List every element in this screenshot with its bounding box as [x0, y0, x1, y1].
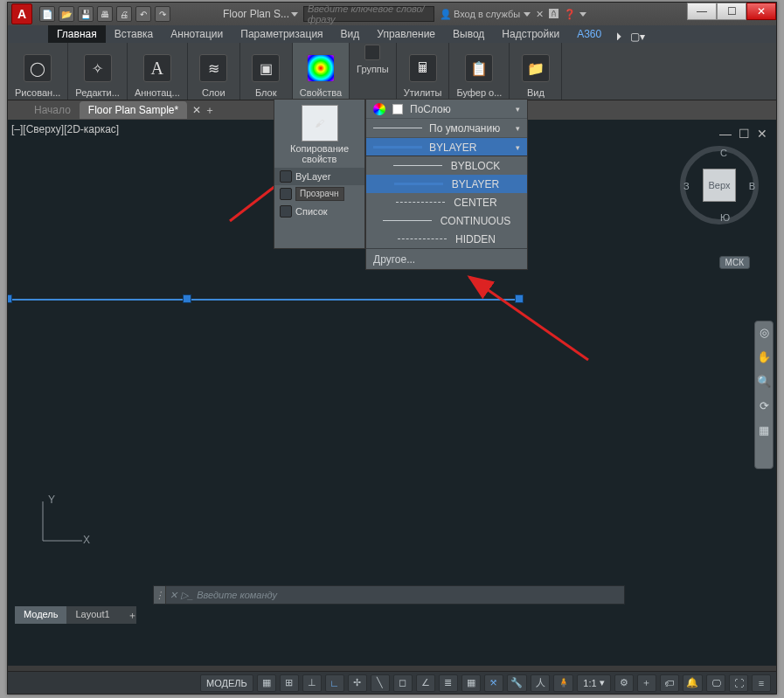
tab-annotations[interactable]: Аннотации [162, 25, 232, 43]
sb-ui-icon[interactable]: 🖵 [706, 674, 725, 692]
linetype-byblock[interactable]: BYBLOCK [366, 156, 527, 175]
linetype-other[interactable]: Другое... [366, 248, 527, 269]
close-button[interactable]: ✕ [746, 3, 776, 20]
tab-a360[interactable]: A360 [568, 25, 610, 43]
layouttab-add[interactable]: ＋ [119, 606, 136, 624]
matchprop-icon[interactable]: 🖌 [302, 105, 338, 142]
qat-save-icon[interactable]: 💾 [78, 6, 94, 22]
viewcube-s[interactable]: Ю [720, 212, 730, 223]
search-box[interactable]: Введите ключевое слово/фразу [303, 6, 434, 22]
sb-grid-icon[interactable]: ▦ [257, 674, 276, 692]
panel-properties[interactable]: Свойства [293, 43, 350, 100]
tab-insert[interactable]: Вставка [106, 25, 163, 43]
qat-redo-icon[interactable]: ↷ [155, 6, 170, 22]
wcs-badge[interactable]: МСК [719, 256, 750, 269]
zoom-icon[interactable]: 🔍 [757, 374, 771, 388]
grip-endpoint-left[interactable] [8, 294, 12, 303]
a360-icon[interactable]: 🅰 [549, 9, 559, 19]
transparency-field[interactable]: Прозрачн [295, 187, 344, 201]
qat-open-icon[interactable]: 📂 [59, 6, 74, 22]
sb-model-button[interactable]: МОДЕЛЬ [200, 674, 253, 692]
sb-scale-button[interactable]: 1:1 ▾ [577, 674, 610, 692]
vp-minimize-icon[interactable]: — [719, 127, 732, 141]
sb-otrack-icon[interactable]: ∠ [416, 674, 435, 692]
sb-ortho-icon[interactable]: ∟ [325, 674, 344, 692]
exchange-icon[interactable]: ✕ [536, 9, 544, 20]
sb-ws-icon[interactable]: 🏷 [660, 674, 679, 692]
panel-block[interactable]: ▣Блок [240, 43, 293, 100]
sb-qp-icon[interactable]: 🔧 [507, 674, 527, 692]
sb-annomon-icon[interactable]: 人 [531, 674, 550, 692]
help-icon[interactable]: ❓ [564, 9, 586, 20]
showmotion-icon[interactable]: ▦ [757, 423, 771, 437]
viewcube[interactable]: С Ю В З Верх [680, 146, 759, 225]
panel-edit[interactable]: ✧Редакти... [68, 43, 128, 100]
tab-manage[interactable]: Управление [368, 25, 444, 43]
linetype-dropdown[interactable]: BYLAYER ▾ [366, 138, 527, 157]
panel-view[interactable]: 📁Вид [510, 43, 562, 100]
doctab-add[interactable]: ✕ ＋ [192, 103, 214, 118]
cmdline-close-icon[interactable]: ✕ [170, 590, 177, 601]
app-logo[interactable]: A [11, 3, 32, 24]
selected-line[interactable] [8, 299, 524, 301]
nav-wheel-icon[interactable]: ◎ [757, 325, 771, 339]
qat-saveas-icon[interactable]: 🖶 [97, 6, 113, 22]
sb-transp-icon[interactable]: ▦ [461, 674, 481, 692]
sb-lwt-icon[interactable]: ≣ [439, 674, 458, 692]
cmdline-handle[interactable]: ⋮ [154, 586, 166, 604]
sb-infer-icon[interactable]: ⊥ [302, 674, 322, 692]
vp-maximize-icon[interactable]: ☐ [739, 127, 750, 141]
sb-snap-icon[interactable]: ⊞ [280, 674, 299, 692]
list-icon[interactable] [280, 205, 292, 218]
linetype-bylayer[interactable]: BYLAYER [366, 175, 527, 193]
lineweight-dropdown[interactable]: По умолчанию ▾ [366, 119, 527, 138]
sb-custom-icon[interactable]: ≡ [752, 674, 771, 692]
panel-clipboard[interactable]: 📋Буфер о... [449, 43, 510, 100]
login-button[interactable]: 👤 Вход в службы [440, 9, 531, 20]
sb-gear-icon[interactable]: ⚙ [614, 674, 634, 692]
grip-endpoint-right[interactable] [515, 294, 524, 303]
maximize-button[interactable]: ☐ [717, 3, 746, 20]
featured-apps-icon[interactable]: 🞂 [614, 31, 625, 43]
orbit-icon[interactable]: ⟳ [757, 398, 771, 412]
list-label[interactable]: Список [295, 206, 328, 217]
layouttab-layout1[interactable]: Layout1 [66, 606, 118, 624]
panel-layers[interactable]: ≋Слои [188, 43, 240, 100]
linetype-center[interactable]: CENTER [366, 193, 527, 211]
qat-undo-icon[interactable]: ↶ [135, 6, 151, 22]
tab-output[interactable]: Вывод [444, 25, 493, 43]
panel-groups[interactable]: Группы [350, 43, 397, 100]
ribbon-collapse-icon[interactable]: ▢▾ [630, 31, 645, 43]
sb-clean-icon[interactable]: ⛶ [729, 674, 748, 692]
tab-addons[interactable]: Надстройки [493, 25, 568, 43]
viewcube-w[interactable]: З [683, 181, 690, 191]
panel-draw[interactable]: ◯Рисован... [8, 43, 68, 100]
doctab-active[interactable]: Floor Plan Sample* [80, 101, 187, 119]
sb-polar-icon[interactable]: ✢ [348, 674, 367, 692]
tab-home[interactable]: Главная [48, 25, 106, 43]
layouttab-model[interactable]: Модель [15, 606, 66, 624]
pan-icon[interactable]: ✋ [757, 349, 771, 363]
qat-new-icon[interactable]: 📄 [39, 6, 55, 22]
linetype-continuous[interactable]: CONTINUOUS [366, 211, 527, 230]
viewcube-face[interactable]: Верх [703, 169, 736, 202]
sb-iso-icon[interactable]: ╲ [371, 674, 390, 692]
sb-osnap-icon[interactable]: ◻ [393, 674, 413, 692]
bylayer-icon[interactable] [280, 170, 292, 183]
tab-parametric[interactable]: Параметризация [232, 25, 331, 43]
tab-view[interactable]: Вид [332, 25, 369, 43]
command-line[interactable]: ⋮ ✕ ▷_ Введите команду [153, 585, 625, 605]
viewcube-e[interactable]: В [749, 181, 755, 191]
sb-plus-icon[interactable]: ＋ [637, 674, 656, 692]
viewcube-n[interactable]: С [720, 148, 727, 158]
qat-print-icon[interactable]: 🖨 [116, 6, 132, 22]
view-label[interactable]: [–][Сверху][2D-каркас] [11, 123, 119, 135]
grip-midpoint[interactable] [183, 294, 191, 303]
color-dropdown[interactable]: ПоСлою ▾ [366, 100, 527, 119]
vp-close-icon[interactable]: ✕ [757, 127, 767, 141]
sb-monitor-icon[interactable]: 🔔 [683, 674, 703, 692]
sb-annoauto-icon[interactable]: 🧍 [553, 674, 573, 692]
transparency-icon[interactable] [280, 188, 292, 200]
minimize-button[interactable]: — [687, 3, 717, 20]
doctab-start[interactable]: Начало [25, 101, 80, 119]
